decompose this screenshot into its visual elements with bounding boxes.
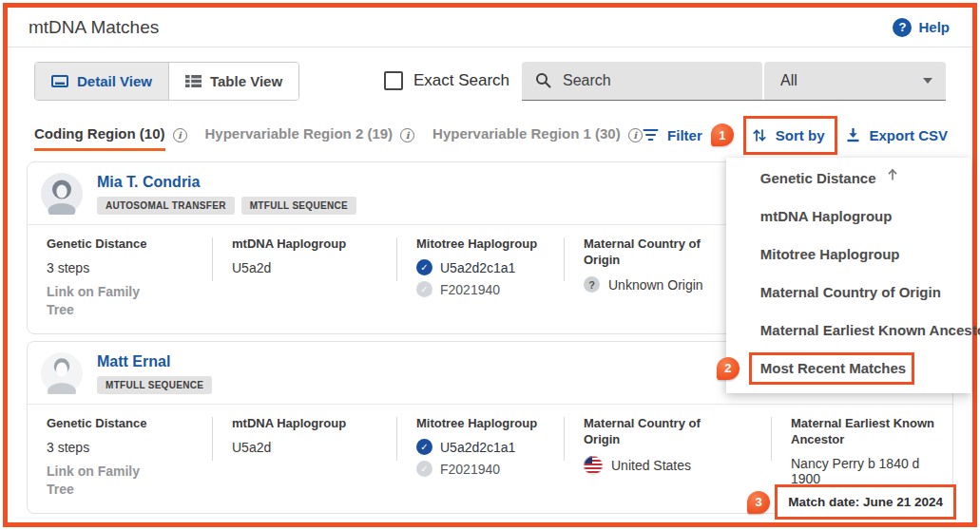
origin-row: United States (584, 456, 771, 475)
mitotree-secondary-row: ✓ F2021940 (416, 281, 564, 297)
maternal-country-column: Maternal Country of Origin United States (564, 415, 771, 499)
tab-hypervariable-region-2[interactable]: Hypervariable Region 2 (19) i (205, 120, 415, 151)
us-flag-icon (584, 456, 603, 475)
sort-option-label: Maternal Country of Origin (760, 284, 941, 300)
detail-view-icon (51, 75, 68, 87)
sort-option-maternal-ancestor[interactable]: Maternal Earliest Known Ancestor (726, 312, 971, 350)
mitotree-confirmed-row: ✓ U5a2d2c1a1 (416, 259, 564, 275)
match-date: 3 Match date: June 21 2024 (775, 484, 956, 520)
sort-option-label: Maternal Earliest Known Ancestor (760, 322, 980, 338)
mitotree-secondary-row: ✓ F2021940 (416, 461, 564, 477)
tab-hypervariable-region-1[interactable]: Hypervariable Region 1 (30) i (432, 120, 643, 151)
sort-option-mtdna-haplogroup[interactable]: mtDNA Haplogroup (726, 198, 971, 236)
info-icon[interactable]: i (628, 128, 643, 142)
mitotree-secondary-value: F2021940 (440, 282, 500, 297)
family-tree-link[interactable]: Link on Family Tree (47, 463, 153, 499)
maternal-country-value: Unknown Origin (608, 277, 703, 293)
exact-search-control: Exact Search (384, 71, 509, 90)
callout-badge-2: 2 (717, 357, 740, 380)
column-label: Mitotree Haplogroup (416, 236, 564, 252)
match-date-value: Match date: June 21 2024 (788, 495, 943, 509)
sort-option-label: Mitotree Haplogroup (760, 246, 900, 262)
mtdna-haplogroup-column: mtDNA Haplogroup U5a2d (212, 236, 396, 319)
help-label: Help (918, 19, 950, 35)
callout-badge-3: 3 (747, 491, 770, 514)
genetic-distance-value: 3 steps (47, 440, 212, 455)
check-circle-icon: ✓ (416, 259, 432, 275)
mtdna-haplogroup-value: U5a2d (232, 260, 396, 275)
tab-coding-region[interactable]: Coding Region (10) i (34, 120, 187, 151)
sort-option-label: Most Recent Matches (760, 360, 906, 376)
test-badge: AUTOSOMAL TRANSFER (97, 197, 235, 215)
check-circle-icon: ✓ (416, 439, 432, 455)
view-toggle: Detail View Table View (34, 62, 299, 101)
avatar (41, 352, 83, 394)
tab-hvr1-label: Hypervariable Region 1 (30) (432, 120, 621, 151)
column-label: Maternal Country of Origin (584, 236, 726, 268)
mitotree-confirmed-value: U5a2d2c1a1 (440, 440, 515, 455)
check-circle-icon: ✓ (416, 461, 432, 477)
export-csv-button[interactable]: Export CSV (846, 127, 948, 143)
sort-option-label: mtDNA Haplogroup (760, 208, 893, 224)
mitotree-confirmed-row: ✓ U5a2d2c1a1 (416, 439, 564, 455)
help-icon: ? (893, 18, 912, 37)
detail-view-label: Detail View (77, 73, 152, 89)
test-badge: MTFULL SEQUENCE (97, 376, 212, 394)
column-label: Genetic Distance (47, 415, 212, 431)
column-label: Maternal Country of Origin (584, 415, 726, 447)
sort-by-label: Sort by (776, 127, 825, 143)
genetic-distance-value: 3 steps (47, 260, 212, 275)
genetic-distance-column: Genetic Distance 3 steps Link on Family … (45, 236, 212, 319)
page-title: mtDNA Matches (29, 17, 159, 38)
search-input[interactable] (563, 72, 724, 89)
test-badges: AUTOSOMAL TRANSFER MTFULL SEQUENCE (97, 197, 356, 215)
mitotree-haplogroup-column: Mitotree Haplogroup ✓ U5a2d2c1a1 ✓ F2021… (396, 236, 564, 319)
search-scope-value: All (780, 72, 797, 89)
table-view-icon (185, 75, 202, 87)
mitotree-confirmed-value: U5a2d2c1a1 (440, 260, 515, 275)
sort-option-most-recent-matches[interactable]: 2 Most Recent Matches (726, 350, 971, 388)
search-icon (535, 72, 551, 88)
mitotree-secondary-value: F2021940 (440, 462, 500, 477)
match-name-link[interactable]: Mia T. Condria (97, 174, 356, 191)
table-view-button[interactable]: Table View (168, 63, 298, 100)
help-button[interactable]: ? Help (893, 18, 950, 37)
maternal-ancestor-value: Nancy Perry b 1840 d 1900 (791, 456, 937, 486)
match-identity: Mia T. Condria AUTOSOMAL TRANSFER MTFULL… (97, 173, 356, 215)
exact-search-checkbox[interactable] (384, 71, 403, 90)
sort-ascending-icon (886, 167, 899, 181)
table-view-label: Table View (210, 73, 282, 89)
list-actions: Filter 1 Sort by Genetic Distance (643, 123, 948, 146)
check-circle-icon: ✓ (416, 281, 432, 297)
sort-option-mitotree-haplogroup[interactable]: Mitotree Haplogroup (726, 236, 971, 274)
match-identity: Matt Ernal MTFULL SEQUENCE (97, 352, 212, 394)
filter-icon (643, 128, 659, 142)
mtdna-matches-panel: mtDNA Matches ? Help Detail View Table V… (3, 3, 977, 527)
avatar (41, 173, 83, 215)
info-icon[interactable]: i (173, 128, 187, 142)
mtdna-haplogroup-value: U5a2d (232, 440, 396, 455)
unknown-origin-icon: ? (584, 276, 600, 293)
panel-header: mtDNA Matches ? Help (8, 8, 972, 47)
search-field (522, 62, 762, 100)
tab-coding-region-label: Coding Region (10) (34, 120, 165, 151)
family-tree-link[interactable]: Link on Family Tree (47, 283, 153, 319)
tabs-row: Coding Region (10) i Hypervariable Regio… (8, 114, 972, 156)
search-scope-dropdown[interactable]: All (764, 62, 946, 100)
column-label: Maternal Earliest Known Ancestor (791, 415, 937, 447)
tab-hvr2-label: Hypervariable Region 2 (19) (205, 120, 394, 151)
column-label: mtDNA Haplogroup (232, 236, 396, 252)
match-name-link[interactable]: Matt Ernal (97, 353, 212, 370)
filter-button[interactable]: Filter (643, 127, 702, 143)
mtdna-haplogroup-column: mtDNA Haplogroup U5a2d (212, 415, 396, 499)
detail-view-button[interactable]: Detail View (35, 63, 168, 100)
sort-menu: Genetic Distance mtDNA Haplogroup Mitotr… (726, 158, 971, 393)
sort-by-button[interactable]: Sort by Genetic Distance mtDNA Haplogrou… (752, 127, 825, 143)
callout-badge-1: 1 (711, 123, 734, 146)
sort-option-maternal-country[interactable]: Maternal Country of Origin (726, 274, 971, 312)
column-label: mtDNA Haplogroup (232, 415, 396, 431)
info-icon[interactable]: i (400, 128, 414, 142)
toolbar: Detail View Table View Exact Search All (8, 47, 972, 114)
column-label: Genetic Distance (47, 236, 212, 252)
sort-option-genetic-distance[interactable]: Genetic Distance (726, 160, 971, 198)
